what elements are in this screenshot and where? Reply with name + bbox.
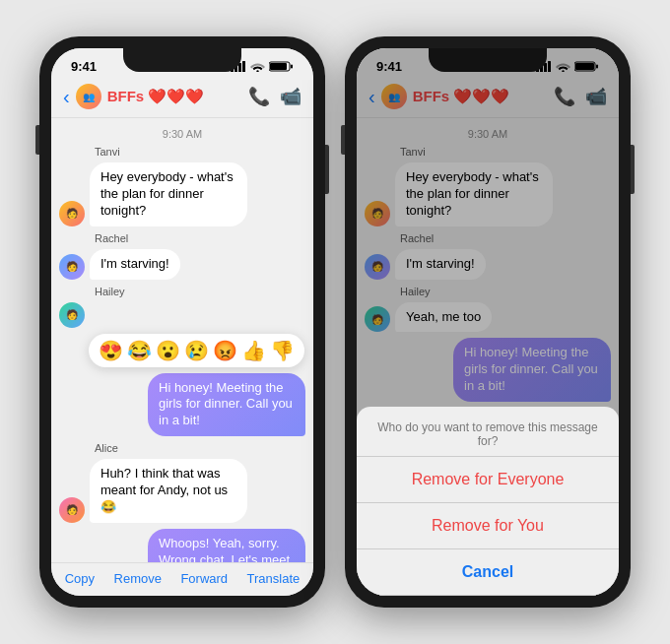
bubble-tanvi: Hey everybody - what's the plan for dinn… (90, 162, 247, 226)
remove-button[interactable]: Remove (114, 571, 162, 586)
sender-rachel: Rachel (95, 232, 305, 244)
remove-for-everyone-button[interactable]: Remove for Everyone (357, 457, 619, 503)
msg-row-self-1: Hi honey! Meeting the girls for dinner. … (59, 373, 305, 437)
remove-dialog-overlay: Who do you want to remove this message f… (357, 48, 619, 596)
svg-point-4 (256, 70, 258, 72)
bubble-self-1: Hi honey! Meeting the girls for dinner. … (148, 373, 305, 437)
phone-1: 9:41 ‹ 👥 BFFs ❤️❤️❤️ 📞 📹 (39, 36, 325, 608)
msg-row-rachel: 🧑 I'm starving! (59, 249, 305, 280)
video-call-icon[interactable]: 📹 (280, 86, 302, 107)
sender-tanvi: Tanvi (95, 146, 305, 158)
avatar-tanvi: 🧑 (59, 201, 85, 226)
header-icons-1: 📞 📹 (248, 86, 302, 107)
svg-rect-6 (270, 63, 287, 70)
chat-area-1: 9:30 AM Tanvi 🧑 Hey everybody - what's t… (51, 118, 313, 562)
status-time-1: 9:41 (71, 59, 97, 74)
group-avatar-1: 👥 (76, 84, 101, 109)
msg-row-self-2: Whoops! Yeah, sorry. Wrong chat. Let's m… (59, 529, 305, 562)
chat-header-1: ‹ 👥 BFFs ❤️❤️❤️ 📞 📹 (51, 80, 313, 118)
emoji-thumbsup[interactable]: 👍 (241, 339, 266, 362)
emoji-thumbsdown[interactable]: 👎 (270, 339, 295, 362)
app-container: 9:41 ‹ 👥 BFFs ❤️❤️❤️ 📞 📹 (30, 27, 640, 617)
dialog-prompt-text: Who do you want to remove this message f… (357, 407, 619, 457)
remove-for-you-button[interactable]: Remove for You (357, 503, 619, 549)
msg-row-tanvi: 🧑 Hey everybody - what's the plan for di… (59, 162, 305, 226)
back-button-1[interactable]: ‹ (63, 86, 70, 108)
sender-alice-1: Alice (95, 442, 305, 454)
avatar-alice-1: 🧑 (59, 497, 85, 523)
sender-hailey-1: Hailey (95, 286, 305, 297)
bubble-self-2: Whoops! Yeah, sorry. Wrong chat. Let's m… (148, 529, 305, 562)
emoji-angry[interactable]: 😡 (213, 339, 237, 362)
bubble-alice-1: Huh? I think that was meant for Andy, no… (90, 459, 247, 523)
bubble-rachel: I'm starving! (90, 249, 180, 280)
emoji-love[interactable]: 😍 (99, 339, 123, 362)
msg-row-hailey-1: 🧑 (59, 302, 305, 328)
phone-1-screen: 9:41 ‹ 👥 BFFs ❤️❤️❤️ 📞 📹 (51, 48, 313, 596)
notch (123, 48, 241, 72)
bottom-toolbar-1: Copy Remove Forward Translate (51, 562, 313, 596)
translate-button[interactable]: Translate (247, 571, 301, 586)
timestamp-1: 9:30 AM (59, 128, 305, 140)
group-title-1: BFFs ❤️❤️❤️ (107, 88, 242, 105)
svg-rect-3 (242, 61, 245, 72)
phone-call-icon[interactable]: 📞 (248, 86, 270, 107)
phone-2-screen: 9:41 ‹ 👥 BFFs ❤️❤️❤️ 📞 📹 (357, 48, 619, 596)
emoji-wow[interactable]: 😮 (156, 339, 180, 362)
msg-row-alice-1: 🧑 Huh? I think that was meant for Andy, … (59, 459, 305, 523)
svg-rect-7 (291, 64, 293, 68)
cancel-button[interactable]: Cancel (357, 549, 619, 596)
emoji-reaction-bar[interactable]: 😍 😂 😮 😢 😡 👍 👎 (89, 334, 304, 367)
forward-button[interactable]: Forward (180, 571, 228, 586)
avatar-rachel: 🧑 (59, 254, 85, 280)
emoji-laugh[interactable]: 😂 (127, 339, 152, 362)
wifi-icon (250, 61, 265, 72)
avatar-hailey-1: 🧑 (59, 302, 85, 328)
remove-dialog: Who do you want to remove this message f… (357, 407, 619, 596)
phone-2: 9:41 ‹ 👥 BFFs ❤️❤️❤️ 📞 📹 (345, 36, 631, 608)
emoji-sad[interactable]: 😢 (184, 339, 209, 362)
battery-icon (269, 61, 294, 72)
copy-button[interactable]: Copy (65, 571, 95, 586)
